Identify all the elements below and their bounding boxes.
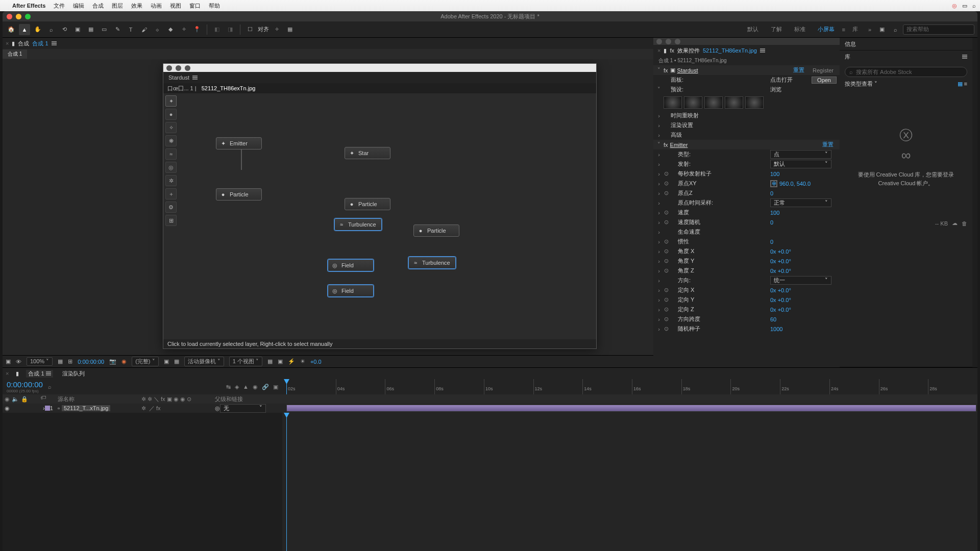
anchor-tool[interactable]: ▦ xyxy=(85,24,96,35)
fx-prop-angz[interactable]: ›⊙角度 Z0x +0.0° xyxy=(653,266,840,276)
vb-res[interactable]: (完整) ˅ xyxy=(132,357,158,366)
search-icon[interactable]: ⌕ xyxy=(890,24,901,35)
sd-tool-ring[interactable]: ◎ xyxy=(165,162,177,173)
tl-tab-close[interactable]: × xyxy=(6,370,9,377)
vb-trans-icon[interactable]: ▦ xyxy=(174,358,179,365)
vb-px-icon[interactable]: ▣ xyxy=(278,358,283,365)
rotate-tool[interactable]: ▣ xyxy=(72,24,83,35)
fx-prop-type[interactable]: ›类型:点˅ xyxy=(653,149,840,159)
node-particle3[interactable]: ●Particle xyxy=(413,224,459,237)
fx-prop-inertia[interactable]: ›⊙惯性0 xyxy=(653,237,840,246)
fx-prop-angx[interactable]: ›⊙角度 X0x +0.0° xyxy=(653,246,840,256)
vb-time[interactable]: 0:00:00:00 xyxy=(78,359,104,365)
parent-dropdown[interactable]: 无˅ xyxy=(220,404,266,413)
fx-panel-menu[interactable] xyxy=(760,48,765,53)
preset-thumbnails[interactable] xyxy=(653,94,840,111)
tab-close[interactable]: × xyxy=(6,40,9,46)
window-traffic[interactable] xyxy=(7,14,31,19)
fx-prop-seed[interactable]: ›⊙随机种子1000 xyxy=(653,324,840,334)
ws-default[interactable]: 默认 xyxy=(742,26,764,33)
sd-tool-emitter[interactable]: ✦ xyxy=(165,95,177,107)
search-icon[interactable]: ⌕ xyxy=(972,3,976,9)
sd-tool-gear[interactable]: ⚙ xyxy=(165,202,177,213)
fx-prop-tsample[interactable]: ›原点时间采样:正常˅ xyxy=(653,198,840,208)
fx-prop-angy[interactable]: ›⊙角度 Y0x +0.0° xyxy=(653,256,840,266)
vb-alpha-icon[interactable]: ▣ xyxy=(6,358,11,365)
menu-effect[interactable]: 效果 xyxy=(131,2,142,10)
sd-tool-add[interactable]: ＋ xyxy=(165,188,177,199)
clone-tool[interactable]: ⟐ xyxy=(152,24,163,35)
vb-exposure[interactable]: +0.0 xyxy=(310,359,322,365)
fx-tab-close[interactable]: × xyxy=(657,47,660,54)
stardust-graph[interactable]: ✦ ● ✧ ❋ ≈ ◎ ✲ ＋ ⚙ ⊞ ✦Emitter●Particle✦St… xyxy=(163,93,596,339)
shape-stroke[interactable]: ◨ xyxy=(225,24,236,35)
info-panel-tab[interactable]: 信息 xyxy=(840,38,972,50)
snap-opts[interactable]: ✧ xyxy=(271,24,282,35)
fx-prop-lifespeed[interactable]: ›生命速度 xyxy=(653,227,840,237)
fx-stardust-header[interactable]: ˅fx▣ Stardust 重置 Register xyxy=(653,65,840,75)
ws-small[interactable]: 小屏幕 xyxy=(813,26,840,33)
tl-search-icon[interactable]: ⌕ xyxy=(48,384,52,390)
ws-overflow[interactable]: » xyxy=(865,27,874,33)
tl-icon-3[interactable]: ▲ xyxy=(243,384,249,390)
node-turb1[interactable]: ≈Turbulence xyxy=(334,218,382,231)
list-view-icon[interactable]: ≡ xyxy=(964,81,967,87)
tl-icon-5[interactable]: 🔗 xyxy=(262,384,269,390)
brush-tool[interactable]: 🖌 xyxy=(138,24,150,35)
ws-menu-icon[interactable]: ≡ xyxy=(842,27,845,33)
trash-icon[interactable]: 🗑 xyxy=(962,220,967,227)
tl-icon-2[interactable]: ◈ xyxy=(235,384,239,390)
comp-link[interactable]: 合成 1 xyxy=(32,40,48,47)
fx-prop-oxy[interactable]: ›⊙原点XY⊕960.0, 540.0 xyxy=(653,179,840,188)
node-particle2[interactable]: ●Particle xyxy=(345,198,390,210)
playhead-body[interactable] xyxy=(286,413,287,551)
node-field2[interactable]: ◎Field xyxy=(328,285,374,297)
playhead[interactable] xyxy=(286,379,287,394)
comp-viewer[interactable]: Stardust 口œ囗... 1 | 52112_TH86exTn.jpg ✦… xyxy=(3,59,653,355)
tl-layer-row[interactable]: ◉ ›1 ▫52112_T...xTn.jpg ✲／fx ◎无˅ xyxy=(3,404,977,413)
menu-anim[interactable]: 动画 xyxy=(151,2,162,10)
sd-tool-particle[interactable]: ● xyxy=(165,109,177,120)
display-icon[interactable]: ▭ xyxy=(962,3,967,9)
eye-col-icon[interactable]: ◉ xyxy=(5,396,10,403)
sd-tool-star[interactable]: ✲ xyxy=(165,175,177,186)
help-search[interactable]: 搜索帮助 xyxy=(903,24,974,35)
snap-grid[interactable]: ▦ xyxy=(284,24,296,35)
fx-prop-orz[interactable]: ›⊙定向 Z0x +0.0° xyxy=(653,305,840,314)
ws-standard[interactable]: 标准 xyxy=(789,26,811,33)
stardust-titlebar[interactable] xyxy=(163,64,596,72)
fx-grp-render[interactable]: ›渲染设置 xyxy=(653,120,840,130)
hand-tool[interactable]: ✋ xyxy=(32,24,43,35)
grid-view-icon[interactable]: ▦ xyxy=(958,81,963,87)
fx-prop-oz[interactable]: ›⊙原点Z0 xyxy=(653,188,840,198)
eraser-tool[interactable]: ◆ xyxy=(165,24,176,35)
orbit-tool[interactable]: ⟲ xyxy=(59,24,70,35)
tl-tab-comp[interactable]: 合成 1 xyxy=(26,370,53,378)
fx-prop-ory[interactable]: ›⊙定向 Y0x +0.0° xyxy=(653,295,840,305)
layer-name[interactable]: 52112_T...xTn.jpg xyxy=(62,405,110,411)
vb-3d-icon[interactable]: ▦ xyxy=(267,358,273,365)
vb-mask-icon[interactable]: 👁 xyxy=(16,359,21,365)
app-name[interactable]: After Effects xyxy=(12,3,45,9)
text-tool[interactable]: T xyxy=(125,24,136,35)
fx-prop-pps[interactable]: ›⊙每秒发射粒子100 xyxy=(653,169,840,179)
menu-window[interactable]: 窗口 xyxy=(189,2,201,10)
fx-grp-adv[interactable]: ›高级 xyxy=(653,130,840,140)
fx-prop-orx[interactable]: ›⊙定向 X0x +0.0° xyxy=(653,285,840,295)
panel-menu-icon[interactable] xyxy=(52,41,57,45)
roto-tool[interactable]: ✧ xyxy=(178,24,189,35)
node-particle1[interactable]: ●Particle xyxy=(216,188,262,201)
selection-tool[interactable]: ▲ xyxy=(19,24,30,35)
sd-tool-wave[interactable]: ≈ xyxy=(165,148,177,160)
menu-edit[interactable]: 编辑 xyxy=(73,2,84,10)
layer-visibility[interactable]: ◉ xyxy=(5,405,10,412)
parent-pick-icon[interactable]: ◎ xyxy=(215,405,220,412)
fx-prop-speedr[interactable]: ›⊙速度随机0 xyxy=(653,217,840,227)
tl-ruler[interactable]: 02s04s06s08s10s12s14s16s18s20s22s24s26s2… xyxy=(282,379,977,394)
home-button[interactable]: 🏠 xyxy=(6,24,17,35)
fx-stardust-reset[interactable]: 重置 xyxy=(790,66,807,74)
comp-tab[interactable]: 合成 1 xyxy=(3,49,27,59)
ws-lib[interactable]: 库 xyxy=(847,26,863,33)
lib-search[interactable]: ⌕搜索所有 Adobe Stock xyxy=(845,67,967,77)
rect-tool[interactable]: ▭ xyxy=(99,24,110,35)
